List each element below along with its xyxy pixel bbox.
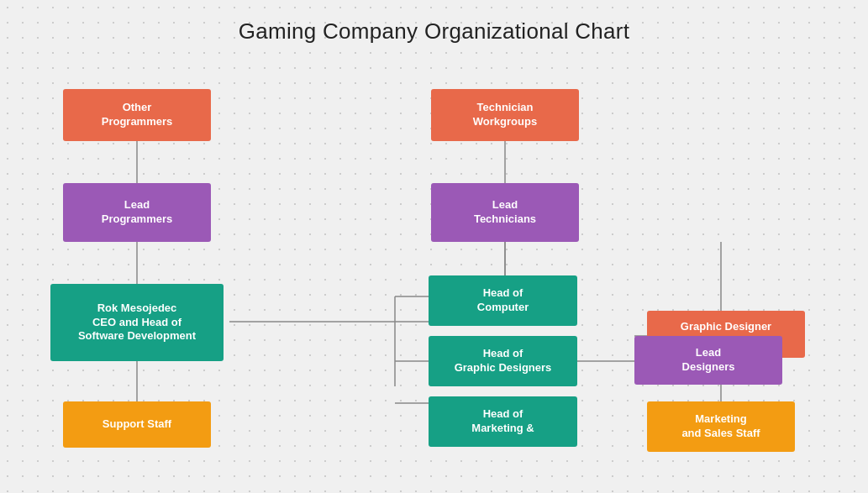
head-marketing-box: Head of Marketing & [429,396,577,447]
chart-area: Other Programmers Lead Programmers Rok M… [0,59,868,493]
page-title: Gaming Company Organizational Chart [0,0,868,45]
head-computer-box: Head of Computer [429,275,577,326]
technician-workgroups-box: Technician Workgroups [431,89,579,141]
page: Gaming Company Organizational Chart [0,0,868,493]
lead-technicians-box: Lead Technicians [431,183,579,242]
ceo-box: Rok Mesojedec CEO and Head of Software D… [50,284,224,361]
lead-programmers-box: Lead Programmers [63,183,211,242]
lead-designers-box: Lead Designers [634,336,782,385]
marketing-sales-staff-box: Marketing and Sales Staff [647,401,795,452]
head-graphic-box: Head of Graphic Designers [429,336,577,386]
support-staff-box: Support Staff [63,401,211,448]
other-programmers-box: Other Programmers [63,89,211,141]
